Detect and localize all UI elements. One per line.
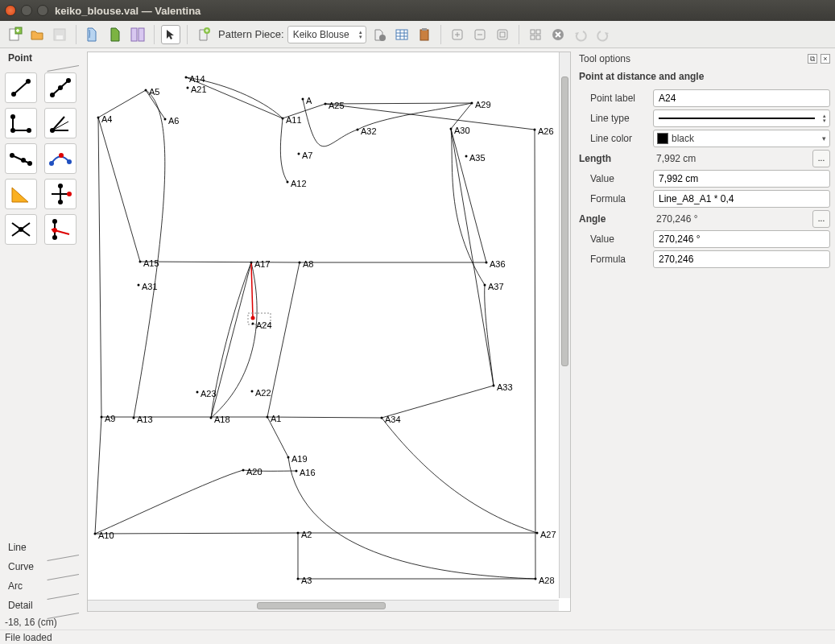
tool-tab-point[interactable]: Point (0, 48, 84, 68)
clipboard-icon[interactable] (415, 25, 434, 44)
svg-point-45 (58, 184, 63, 188)
svg-line-22 (14, 81, 28, 94)
point-label[interactable]: A37 (488, 282, 504, 291)
point-label[interactable]: A3 (301, 576, 312, 585)
point-label[interactable]: A1 (271, 414, 281, 423)
tool-point-line-intersect[interactable] (5, 214, 37, 245)
zoom-fit-icon[interactable] (493, 25, 512, 44)
angle-formula-input[interactable] (653, 250, 830, 268)
window-close-button[interactable] (5, 5, 16, 16)
drawing-canvas[interactable]: AA1A2A3A4A5A6A7A8A9A10A11A12A13A14A15A16… (87, 52, 571, 612)
point-label[interactable]: A14 (189, 74, 205, 84)
point-label[interactable]: A2 (301, 530, 312, 539)
tool-point-triangle[interactable] (5, 179, 37, 209)
window-minimize-button[interactable] (21, 5, 32, 16)
point-label[interactable]: A25 (329, 101, 345, 110)
point-label[interactable]: A10 (98, 530, 114, 540)
point-label[interactable]: A18 (214, 415, 230, 424)
point-label[interactable]: A5 (149, 87, 159, 97)
new-file-icon[interactable] (5, 25, 24, 44)
point-label[interactable]: A16 (300, 468, 316, 477)
pointer-icon[interactable] (161, 25, 180, 44)
redo-icon[interactable] (593, 25, 613, 44)
panel-close-icon[interactable]: × (821, 54, 830, 64)
point-label[interactable]: A36 (490, 259, 506, 269)
point-label[interactable]: A32 (361, 126, 377, 136)
config-pattern-icon[interactable] (370, 25, 389, 44)
svg-line-36 (12, 155, 30, 163)
point-label[interactable]: A31 (142, 282, 158, 291)
layout-icon[interactable] (128, 25, 147, 44)
save-file-icon[interactable] (50, 25, 69, 44)
point-label[interactable]: A13 (137, 415, 153, 424)
point-label[interactable]: A8 (303, 259, 313, 269)
tool-tab-line[interactable]: Line (0, 538, 84, 557)
zoom-out-icon[interactable] (470, 25, 490, 44)
window-title: keiko_blouse.val — Valentina (55, 5, 200, 17)
point-label[interactable]: A33 (497, 382, 513, 392)
angle-value-input[interactable] (653, 230, 830, 248)
point-label[interactable]: A19 (291, 454, 308, 464)
line-color-select[interactable]: black (653, 130, 830, 147)
tool-point-contact[interactable] (44, 143, 76, 174)
stop-icon[interactable] (548, 25, 568, 44)
point-label[interactable]: A17 (254, 259, 271, 269)
panel-title: Tool options (579, 53, 630, 64)
point-label[interactable]: A7 (302, 151, 312, 160)
add-pattern-piece-icon[interactable] (194, 25, 213, 44)
point-label[interactable]: A34 (385, 415, 401, 424)
panel-undock-icon[interactable]: ⧉ (808, 54, 817, 64)
point-label[interactable]: A22 (255, 388, 271, 398)
svg-point-101 (250, 262, 253, 264)
status-bar: File loaded (0, 630, 835, 644)
tool-point-shoulder[interactable] (5, 143, 37, 174)
point-label[interactable]: A27 (540, 530, 556, 539)
point-label[interactable]: A4 (101, 114, 112, 124)
point-label[interactable]: A35 (469, 153, 486, 163)
tool-point-normal[interactable] (5, 108, 37, 138)
point-label[interactable]: A29 (475, 100, 491, 109)
tool-point-height[interactable] (44, 214, 76, 245)
point-label[interactable]: A24 (256, 320, 272, 330)
point-label[interactable]: A11 (286, 115, 302, 125)
point-label[interactable]: A6 (168, 116, 179, 126)
window-maximize-button[interactable] (37, 5, 48, 16)
tool-tab-detail[interactable]: Detail (0, 596, 84, 615)
point-label-input[interactable] (653, 89, 830, 107)
tool-point-endline[interactable] (5, 72, 37, 103)
pattern-piece-icon[interactable] (105, 25, 125, 44)
tool-point-intersection[interactable] (44, 179, 76, 209)
svg-line-74 (451, 129, 486, 262)
tool-tab-curve[interactable]: Curve (0, 557, 84, 576)
svg-point-55 (52, 228, 57, 233)
angle-formula-button[interactable]: ... (812, 210, 830, 228)
pattern-draft-icon[interactable] (83, 25, 102, 44)
point-label[interactable]: A23 (200, 389, 217, 398)
point-label[interactable]: A26 (538, 126, 554, 136)
point-label[interactable]: A30 (454, 126, 470, 135)
svg-point-90 (164, 118, 167, 121)
svg-point-103 (287, 456, 290, 459)
tool-point-bisector[interactable] (44, 108, 76, 138)
zoom-in-icon[interactable] (448, 25, 467, 44)
history-icon[interactable] (526, 25, 545, 44)
point-label[interactable]: A (306, 96, 312, 105)
point-label[interactable]: A9 (105, 414, 115, 423)
length-value-input[interactable] (653, 170, 830, 188)
point-label[interactable]: A12 (291, 179, 307, 188)
pattern-piece-select[interactable]: Keiko Blouse (287, 26, 366, 43)
open-file-icon[interactable] (27, 25, 47, 44)
length-formula-input[interactable] (653, 190, 830, 208)
point-label[interactable]: A15 (143, 258, 159, 268)
length-formula-button[interactable]: ... (812, 150, 830, 167)
tool-point-along-line[interactable] (44, 72, 76, 103)
point-label[interactable]: A21 (191, 85, 207, 94)
table-icon[interactable] (392, 25, 411, 44)
line-type-select[interactable] (653, 109, 830, 127)
horizontal-scrollbar[interactable] (88, 600, 559, 611)
tool-tab-arc[interactable]: Arc (0, 576, 84, 596)
undo-icon[interactable] (571, 25, 590, 44)
vertical-scrollbar[interactable] (559, 52, 570, 598)
point-label[interactable]: A28 (539, 576, 555, 585)
point-label[interactable]: A20 (246, 467, 262, 477)
